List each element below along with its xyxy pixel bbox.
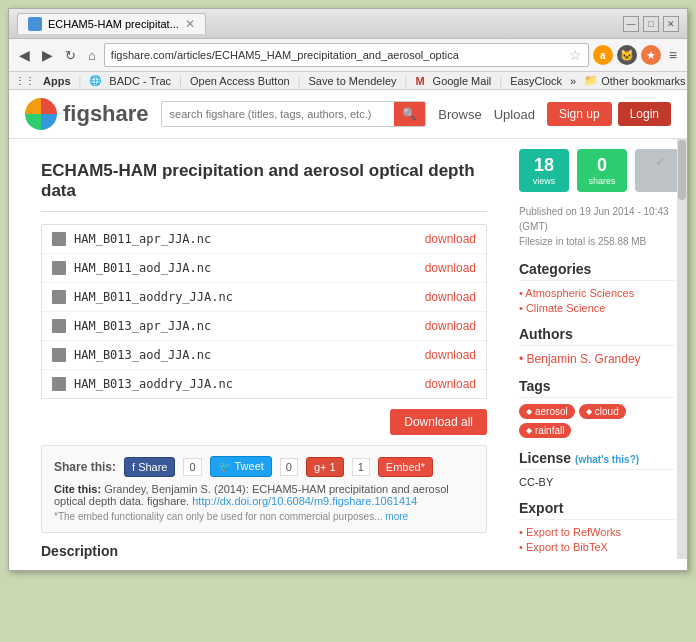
embed-button[interactable]: Embed* xyxy=(378,457,433,477)
views-count: 18 xyxy=(529,155,559,176)
search-bar[interactable]: 🔍 xyxy=(161,101,427,127)
bookmark-other[interactable]: Other bookmarks xyxy=(601,75,685,87)
published-info: Published on 19 Jun 2014 - 10:43 (GMT) F… xyxy=(519,204,675,249)
download-link[interactable]: download xyxy=(425,290,476,304)
tag-item[interactable]: aerosol xyxy=(519,404,575,419)
tweet-count: 0 xyxy=(280,458,298,476)
tag-item[interactable]: rainfall xyxy=(519,423,571,438)
scrollbar-thumb[interactable] xyxy=(678,140,686,200)
category-link[interactable]: Climate Science xyxy=(519,302,675,314)
tab-favicon xyxy=(28,17,42,31)
bm-sep5: | xyxy=(499,75,502,87)
file-icon xyxy=(52,348,66,362)
file-name: HAM_B013_apr_JJA.nc xyxy=(74,319,425,333)
extension-icon1[interactable]: 🐱 xyxy=(617,45,637,65)
license-title: License (what's this?) xyxy=(519,450,675,470)
stats-row: 18 views 0 shares ✓ xyxy=(519,149,675,192)
bookmark-easyclock[interactable]: EasyClock xyxy=(510,75,562,87)
address-bar[interactable]: figshare.com/articles/ECHAM5_HAM_precipi… xyxy=(104,43,589,67)
table-row: HAM_B013_apr_JJA.nc download xyxy=(42,312,486,341)
bookmark-apps[interactable]: Apps xyxy=(43,75,71,87)
gmail-icon: M xyxy=(415,75,424,87)
authors-title: Authors xyxy=(519,326,675,346)
bookmark-open-access[interactable]: Open Access Button xyxy=(190,75,290,87)
table-row: HAM_B013_aoddry_JJA.nc download xyxy=(42,370,486,398)
tags-row: aerosolcloudrainfall xyxy=(519,404,675,438)
file-name: HAM_B011_aod_JJA.nc xyxy=(74,261,425,275)
shares-stat: 0 shares xyxy=(577,149,627,192)
header-nav: Browse Upload xyxy=(438,107,535,122)
authors-list: Benjamin S. Grandey xyxy=(519,352,675,366)
whats-this-link[interactable]: (what's this?) xyxy=(575,454,639,465)
download-link[interactable]: download xyxy=(425,261,476,275)
download-link[interactable]: download xyxy=(425,319,476,333)
tab-close-icon[interactable]: ✕ xyxy=(185,17,195,31)
more-link[interactable]: more xyxy=(385,511,408,522)
download-all-button[interactable]: Download all xyxy=(390,409,487,435)
download-link[interactable]: download xyxy=(425,377,476,391)
category-link[interactable]: Atmospheric Sciences xyxy=(519,287,675,299)
apps-icon[interactable]: ⋮⋮ xyxy=(15,75,35,86)
bookmark-badc[interactable]: BADC - Trac xyxy=(109,75,171,87)
tweet-button[interactable]: 🐦 Tweet xyxy=(210,456,272,477)
bm-sep1: | xyxy=(79,75,82,87)
refresh-button[interactable]: ↻ xyxy=(61,46,80,65)
gplus-count: 1 xyxy=(352,458,370,476)
export-link[interactable]: Export to BibTeX xyxy=(519,541,675,553)
description-title: Description xyxy=(41,543,487,559)
login-button[interactable]: Login xyxy=(618,102,671,126)
file-icon xyxy=(52,377,66,391)
bookmark-more[interactable]: » xyxy=(570,75,576,87)
table-row: HAM_B011_apr_JJA.nc download xyxy=(42,225,486,254)
extension-icon2[interactable]: ★ xyxy=(641,45,661,65)
right-sidebar: 18 views 0 shares ✓ xyxy=(507,139,687,559)
bookmark-gmail[interactable]: Google Mail xyxy=(433,75,492,87)
cite-url[interactable]: http://dx.doi.org/10.6084/m9.figshare.10… xyxy=(192,495,417,507)
bm-sep4: | xyxy=(405,75,408,87)
minimize-button[interactable]: — xyxy=(623,16,639,32)
file-list: HAM_B011_apr_JJA.nc download HAM_B011_ao… xyxy=(41,224,487,399)
tag-item[interactable]: cloud xyxy=(579,404,626,419)
amazon-icon[interactable]: a xyxy=(593,45,613,65)
table-row: HAM_B013_aod_JJA.nc download xyxy=(42,341,486,370)
search-input[interactable] xyxy=(162,103,395,125)
logo-circle xyxy=(25,98,57,130)
maximize-button[interactable]: □ xyxy=(643,16,659,32)
download-link[interactable]: download xyxy=(425,348,476,362)
file-name: HAM_B011_apr_JJA.nc xyxy=(74,232,425,246)
tags-title: Tags xyxy=(519,378,675,398)
title-bar: ECHAM5-HAM precipitat... ✕ — □ ✕ xyxy=(9,9,687,39)
file-name: HAM_B013_aod_JJA.nc xyxy=(74,348,425,362)
tab-title: ECHAM5-HAM precipitat... xyxy=(48,18,179,30)
forward-button[interactable]: ▶ xyxy=(38,45,57,65)
star-icon[interactable]: ☆ xyxy=(569,47,582,63)
browse-link[interactable]: Browse xyxy=(438,107,481,122)
browser-tab[interactable]: ECHAM5-HAM precipitat... ✕ xyxy=(17,13,206,34)
home-button[interactable]: ⌂ xyxy=(84,46,100,65)
gplus-button[interactable]: g+ 1 xyxy=(306,457,344,477)
author-link[interactable]: Benjamin S. Grandey xyxy=(519,352,675,366)
folder-icon: 📁 xyxy=(584,74,598,87)
license-section: License (what's this?) CC-BY xyxy=(519,450,675,488)
table-row: HAM_B011_aod_JJA.nc download xyxy=(42,254,486,283)
file-name: HAM_B011_aoddry_JJA.nc xyxy=(74,290,425,304)
file-icon xyxy=(52,232,66,246)
upload-link[interactable]: Upload xyxy=(494,107,535,122)
export-list: Export to RefWorksExport to BibTeX xyxy=(519,526,675,553)
back-button[interactable]: ◀ xyxy=(15,45,34,65)
description-section: Description Introduction: These files co… xyxy=(41,543,487,559)
signup-button[interactable]: Sign up xyxy=(547,102,612,126)
shares-label: shares xyxy=(587,176,617,186)
search-button[interactable]: 🔍 xyxy=(394,102,425,126)
export-link[interactable]: Export to RefWorks xyxy=(519,526,675,538)
menu-button[interactable]: ≡ xyxy=(665,45,681,65)
logo-text: figshare xyxy=(63,101,149,127)
share-section: Share this: f Share 0 🐦 Tweet 0 g+ 1 1 E… xyxy=(41,445,487,533)
address-text: figshare.com/articles/ECHAM5_HAM_precipi… xyxy=(111,49,569,61)
tags-section: Tags aerosolcloudrainfall xyxy=(519,378,675,438)
scrollbar[interactable] xyxy=(677,139,687,559)
close-button[interactable]: ✕ xyxy=(663,16,679,32)
facebook-button[interactable]: f Share xyxy=(124,457,175,477)
download-link[interactable]: download xyxy=(425,232,476,246)
bookmark-mendeley[interactable]: Save to Mendeley xyxy=(308,75,396,87)
